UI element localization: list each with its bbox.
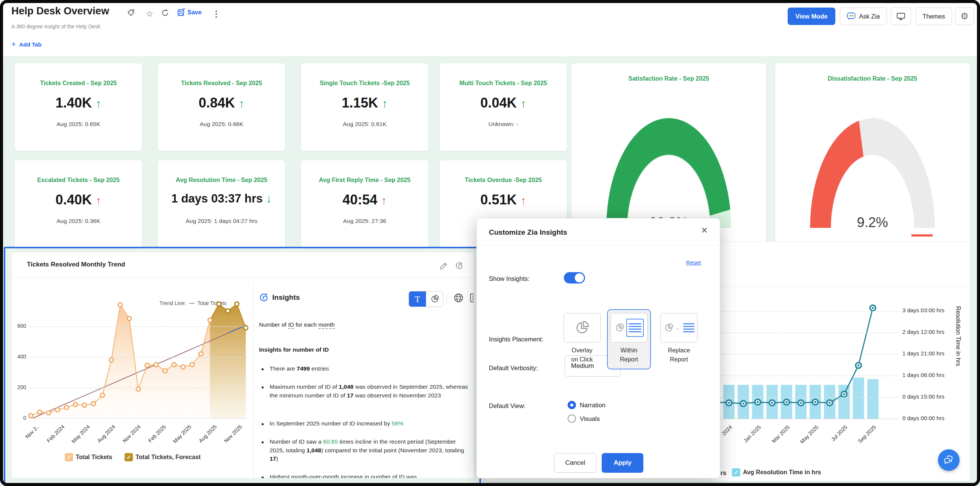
legend-total-tickets[interactable]: ✓ Total Tickets xyxy=(65,453,112,461)
gauge-title: Dissatisfaction Rate - Sep 2025 xyxy=(775,75,970,82)
trend-arrow-icon: ↑ xyxy=(521,97,527,110)
y-axis-label: 400 xyxy=(12,354,26,360)
legend-checkbox-icon[interactable]: ✓ xyxy=(65,453,73,461)
insights-heading: Insights xyxy=(272,293,300,302)
kpi-value: 1.15K ↑ xyxy=(301,95,428,111)
kpi-title: Escalated Tickets - Sep 2025 xyxy=(15,177,142,184)
kpi-card[interactable]: Avg Resolution Time - Sep 20251 days 03:… xyxy=(158,160,286,248)
pie-chart-icon xyxy=(664,323,674,333)
y-axis-label: 2 days 12:00 hrs xyxy=(902,329,967,335)
add-tab-label: Add Tab xyxy=(19,41,41,48)
customize-zia-insights-modal: Customize Zia Insights × Reset Show Insi… xyxy=(476,218,720,478)
kpi-title: Tickets Created - Sep 2025 xyxy=(15,80,142,87)
save-icon: * xyxy=(177,8,186,17)
placement-option-overlay-on-click[interactable]: Overlayon Click xyxy=(561,313,603,364)
placement-label: ReplaceReport xyxy=(658,346,700,364)
show-insights-toggle[interactable] xyxy=(564,272,585,284)
trend-arrow-icon: ↑ xyxy=(521,194,527,206)
legend-label: Total Tickets xyxy=(76,454,112,461)
kpi-card[interactable]: Multi Touch Tickets - Sep 20250.04K ↑Unk… xyxy=(439,63,567,151)
placement-label: WithinReport xyxy=(608,346,650,364)
save-button[interactable]: * Save xyxy=(177,8,202,17)
globe-icon[interactable] xyxy=(453,292,464,303)
close-icon[interactable]: × xyxy=(701,224,708,237)
page-subtitle: A 360 degree insight of the Help Desk xyxy=(11,24,100,30)
refresh-icon[interactable] xyxy=(161,8,172,20)
cancel-button[interactable]: Cancel xyxy=(554,453,597,473)
legend-checkbox-icon[interactable]: ✓ xyxy=(124,453,133,461)
legend-checkbox-icon[interactable]: ✓ xyxy=(732,468,740,476)
y-axis-label: 3 days 03:00 hrs xyxy=(902,307,967,313)
radio-visuals[interactable]: Visuals xyxy=(568,415,600,423)
kpi-card[interactable]: Single Touch Tickets -Sep 20251.15K ↑Aug… xyxy=(301,63,429,151)
themes-button[interactable]: Themes xyxy=(916,8,952,25)
kpi-value: 40:54 ↑ xyxy=(301,192,428,208)
kpi-card[interactable]: Tickets Resolved - Sep 20250.84K ↑Aug 20… xyxy=(158,63,286,151)
kpi-title: Avg First Reply Time - Sep 2025 xyxy=(301,177,428,184)
reset-link[interactable]: Reset xyxy=(686,259,701,266)
y-axis-label: 1 days 06:00 hrs xyxy=(902,372,967,378)
insights-view-toggle[interactable]: T xyxy=(409,291,444,307)
trend-arrow-icon: ↓ xyxy=(266,192,272,205)
kpi-card[interactable]: Avg First Reply Time - Sep 202540:54 ↑Au… xyxy=(301,160,429,248)
modal-title: Customize Zia Insights xyxy=(489,228,567,237)
add-tab-button[interactable]: + Add Tab xyxy=(11,40,41,49)
placement-option-replace-report[interactable]: ←ReplaceReport xyxy=(658,313,700,364)
y-axis-label: 600 xyxy=(12,323,26,329)
kpi-title: Avg Resolution Time - Sep 2025 xyxy=(158,177,285,184)
chat-support-fab[interactable] xyxy=(938,449,959,471)
tag-icon[interactable] xyxy=(126,8,138,20)
tickets-resolved-trend-panel[interactable]: Tickets Resolved Monthly Trend Trend Lin… xyxy=(11,252,474,478)
kpi-subtext: Unknown: - xyxy=(440,121,567,127)
text-view-button[interactable]: T xyxy=(409,291,426,307)
radio-narration[interactable]: Narration xyxy=(568,401,606,409)
gauge-arc xyxy=(810,118,935,228)
themes-label: Themes xyxy=(923,13,945,20)
page-title: Help Desk Overview xyxy=(11,5,109,17)
y-axis-title: Resolution Time in hrs xyxy=(955,306,961,366)
y-axis-label: 0 days 15:00 hrs xyxy=(902,393,967,400)
apply-button[interactable]: Apply xyxy=(602,453,643,473)
insights-subject: Number of ID for each month xyxy=(259,321,335,328)
kpi-subtext: Aug 2025: 27:36 xyxy=(301,218,428,224)
x-axis-line xyxy=(30,418,248,419)
gauge-card[interactable]: Dissatisfaction Rate - Sep 20259.2% xyxy=(775,63,970,248)
view-mode-button[interactable]: View Mode xyxy=(788,8,835,25)
radio-on-icon xyxy=(568,401,576,409)
zia-chat-icon xyxy=(847,12,856,21)
placement-option-within-report[interactable]: WithinReport xyxy=(607,309,651,369)
more-options-icon[interactable]: ⋮ xyxy=(210,8,222,20)
legend-avg-resolution[interactable]: ✓ Avg Resolution Time in hrs xyxy=(732,468,821,476)
kpi-card[interactable]: Escalated Tickets - Sep 20250.40K ↑Aug 2… xyxy=(14,160,142,248)
zia-logo-icon xyxy=(258,292,270,304)
kpi-value: 0.84K ↑ xyxy=(158,95,285,111)
insight-bullet: There are 7499 entries xyxy=(259,364,469,373)
kpi-subtext: Aug 2025: 0.65K xyxy=(15,121,142,127)
report-list-icon[interactable] xyxy=(469,292,474,303)
kpi-subtext: Aug 2025: 1 days 04:27 hrs xyxy=(158,218,285,224)
legend-total-tickets-forecast[interactable]: ✓ Total Tickets, Forecast xyxy=(124,453,201,461)
settings-button[interactable]: ⚙ xyxy=(955,8,974,25)
legend-label: Avg Resolution Time in hrs xyxy=(743,469,821,476)
arrow-left-icon: ← xyxy=(676,325,681,331)
chart-view-button[interactable] xyxy=(426,291,443,307)
insights-placement-label: Insights Placement: xyxy=(489,336,543,343)
gridline xyxy=(30,357,248,358)
kpi-title: Tickets Resolved - Sep 2025 xyxy=(158,80,285,87)
ask-zia-button[interactable]: Ask Zia xyxy=(840,8,887,25)
kpi-title: Tickets Overdue -Sep 2025 xyxy=(440,177,567,184)
y-axis-label: 0 days 00:00 hrs xyxy=(902,415,967,421)
y-axis-label: 1 days 21:00 hrs xyxy=(902,350,967,357)
kpi-value: 1.40K ↑ xyxy=(15,95,142,111)
kpi-card[interactable]: Tickets Created - Sep 20251.40K ↑Aug 202… xyxy=(14,63,142,151)
favorite-star-icon[interactable]: ☆ xyxy=(144,8,155,20)
kpi-value: 0.04K ↑ xyxy=(440,95,567,111)
show-insights-label: Show Insights: xyxy=(489,275,530,283)
kpi-subtext: Aug 2025: 0.36K xyxy=(15,218,142,224)
legend-label: Total Tickets, Forecast xyxy=(135,454,201,461)
pie-chart-icon xyxy=(614,323,624,333)
gauge-target-tick xyxy=(912,234,933,237)
presentation-button[interactable] xyxy=(891,8,911,25)
insight-bullet: In September 2025 number of ID increased… xyxy=(259,419,469,428)
kpi-value: 0.51K ↑ xyxy=(440,192,567,208)
